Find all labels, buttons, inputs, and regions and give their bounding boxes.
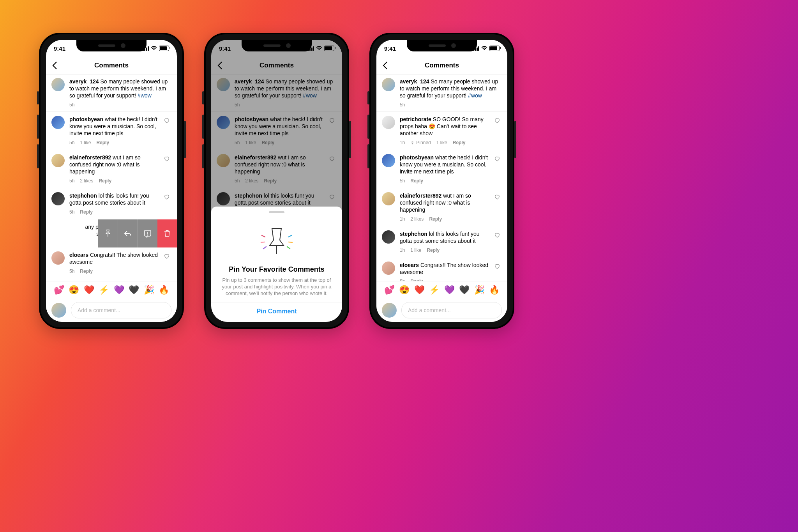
comment-input[interactable]: Add a comment...	[71, 302, 171, 318]
caption-user[interactable]: averyk_124	[400, 78, 429, 85]
post-caption: averyk_124 So many people showed up to w…	[376, 74, 507, 112]
heart-icon[interactable]	[494, 232, 502, 238]
caption-hashtag[interactable]: #wow	[468, 92, 482, 99]
heart-icon[interactable]	[494, 194, 502, 200]
reply-button[interactable]: Reply	[99, 177, 111, 184]
back-button[interactable]	[50, 60, 61, 71]
comment-user[interactable]: stephchon	[69, 193, 97, 199]
avatar[interactable]	[51, 303, 66, 318]
emoji-quick-😍[interactable]: 😍	[399, 285, 410, 295]
comment-time: 5h	[69, 268, 74, 275]
comment-row[interactable]: elaineforster892 wut I am so confused ri…	[376, 188, 507, 226]
avatar[interactable]	[51, 251, 65, 265]
heart-icon[interactable]	[164, 253, 171, 259]
emoji-quick-⚡[interactable]: ⚡	[429, 285, 440, 295]
reply-action[interactable]	[118, 219, 138, 247]
comment-row[interactable]: elaineforster892 wut I am so confused ri…	[46, 150, 177, 188]
pinned-badge: Pinned	[410, 139, 431, 146]
report-action[interactable]	[138, 219, 157, 247]
comment-user[interactable]: elaineforster892	[69, 154, 111, 161]
comment-user[interactable]: elaineforster892	[400, 193, 441, 199]
swipe-actions	[98, 219, 177, 247]
wifi-icon	[151, 46, 157, 51]
heart-icon[interactable]	[164, 194, 171, 200]
comment-likes[interactable]: 1 like	[80, 139, 91, 146]
comment-input[interactable]: Add a comment...	[401, 302, 502, 318]
emoji-quick-😍[interactable]: 😍	[69, 285, 79, 295]
avatar[interactable]	[51, 192, 65, 205]
avatar[interactable]	[382, 262, 395, 275]
reply-button[interactable]: Reply	[80, 268, 93, 275]
reply-button[interactable]: Reply	[453, 139, 466, 146]
phone-mock-pinned-result: 9:41 Comments averyk_124 So many people …	[369, 33, 514, 329]
reply-button[interactable]: Reply	[427, 247, 440, 254]
comment-likes[interactable]: 2 likes	[80, 177, 93, 184]
comment-time: 5h	[69, 209, 74, 216]
emoji-quick-⚡[interactable]: ⚡	[99, 285, 109, 295]
caption-hashtag[interactable]: #wow	[138, 92, 152, 99]
emoji-quick-🎉[interactable]: 🎉	[144, 285, 154, 295]
comment-user[interactable]: photosbyean	[400, 154, 434, 161]
emoji-quick-🔥[interactable]: 🔥	[489, 285, 500, 295]
emoji-quick-💕[interactable]: 💕	[384, 285, 395, 295]
sheet-body: Pin up to 3 comments to show them at the…	[220, 277, 334, 297]
emoji-quick-🔥[interactable]: 🔥	[159, 285, 169, 295]
emoji-quick-💜[interactable]: 💜	[114, 285, 124, 295]
pin-action[interactable]	[98, 219, 118, 247]
emoji-quick-bar: 💕😍❤️⚡💜🖤🎉🔥	[46, 281, 177, 299]
comment-user[interactable]: petrichorate	[400, 116, 431, 122]
comment-likes[interactable]: 1 like	[410, 247, 421, 254]
status-time: 9:41	[384, 45, 396, 52]
avatar[interactable]	[51, 116, 65, 129]
reply-button[interactable]: Reply	[410, 177, 423, 184]
comment-row[interactable]: petrichorate SO GOOD! So many props haha…	[376, 112, 507, 150]
emoji-quick-❤️[interactable]: ❤️	[84, 285, 94, 295]
comment-user[interactable]: eloears	[400, 262, 419, 268]
comment-user[interactable]: photosbyean	[69, 116, 103, 122]
caption-user[interactable]: averyk_124	[69, 78, 99, 85]
comment-row[interactable]: stephchon lol this looks fun! you gotta …	[46, 188, 177, 219]
comment-likes[interactable]: 2 likes	[410, 216, 424, 223]
reply-button[interactable]: Reply	[80, 209, 93, 216]
avatar[interactable]	[382, 116, 395, 129]
comment-time: 1h	[400, 216, 405, 223]
caption-time: 5h	[69, 101, 74, 108]
avatar[interactable]	[51, 154, 65, 167]
reply-button[interactable]: Reply	[96, 139, 109, 146]
back-button[interactable]	[380, 60, 391, 71]
emoji-quick-🎉[interactable]: 🎉	[474, 285, 485, 295]
comment-likes[interactable]: 1 like	[436, 139, 447, 146]
delete-action[interactable]	[157, 219, 177, 247]
comment-time: 5h	[69, 139, 74, 146]
nav-bar: Comments	[376, 57, 507, 74]
heart-icon[interactable]	[164, 156, 171, 162]
status-time: 9:41	[54, 45, 65, 52]
emoji-quick-🖤[interactable]: 🖤	[459, 285, 470, 295]
comment-row[interactable]: photosbyean what the heck! I didn't know…	[376, 150, 507, 188]
emoji-quick-❤️[interactable]: ❤️	[414, 285, 425, 295]
avatar[interactable]	[382, 230, 395, 244]
avatar[interactable]	[382, 78, 395, 91]
comment-time: 5h	[69, 177, 74, 184]
avatar[interactable]	[382, 303, 397, 318]
sheet-grabber[interactable]	[269, 211, 284, 213]
comment-row[interactable]: photosbyean what the heck! I didn't know…	[46, 112, 177, 150]
avatar[interactable]	[382, 154, 395, 167]
comment-row[interactable]: eloears Congrats!! The show looked aweso…	[46, 247, 177, 279]
swiped-comment-row[interactable]: any propsshow	[46, 219, 177, 247]
heart-icon[interactable]	[494, 156, 502, 162]
avatar[interactable]	[382, 192, 395, 205]
emoji-quick-bar: 💕😍❤️⚡💜🖤🎉🔥	[376, 281, 507, 299]
heart-icon[interactable]	[164, 117, 171, 124]
comment-row[interactable]: stephchon lol this looks fun! you gotta …	[376, 226, 507, 258]
emoji-quick-🖤[interactable]: 🖤	[129, 285, 139, 295]
comment-user[interactable]: stephchon	[400, 231, 427, 237]
avatar[interactable]	[51, 78, 65, 91]
heart-icon[interactable]	[494, 117, 502, 124]
reply-button[interactable]: Reply	[429, 216, 442, 223]
pin-comment-button[interactable]: Pin Comment	[211, 302, 342, 315]
emoji-quick-💕[interactable]: 💕	[54, 285, 64, 295]
heart-icon[interactable]	[494, 263, 502, 269]
comment-user[interactable]: eloears	[69, 252, 88, 258]
emoji-quick-💜[interactable]: 💜	[444, 285, 455, 295]
